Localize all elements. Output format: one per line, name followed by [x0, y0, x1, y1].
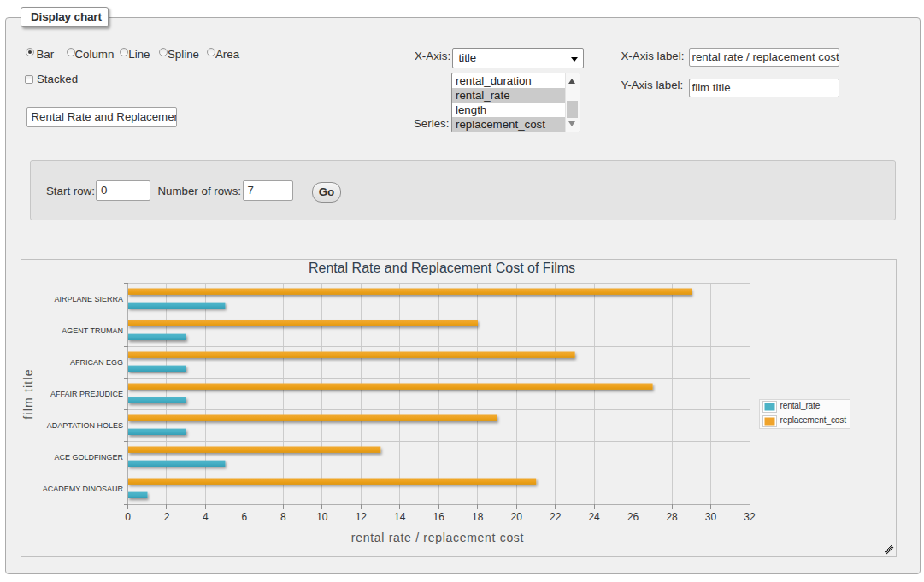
svg-text:2: 2 [164, 511, 170, 523]
svg-text:26: 26 [627, 511, 639, 523]
svg-text:AIRPLANE SIERRA: AIRPLANE SIERRA [54, 295, 123, 303]
svg-text:rental_rate: rental_rate [780, 401, 821, 410]
svg-text:8: 8 [280, 511, 286, 523]
svg-text:14: 14 [394, 511, 406, 523]
svg-text:4: 4 [203, 511, 209, 523]
svg-text:6: 6 [242, 511, 248, 523]
svg-text:16: 16 [433, 511, 445, 523]
svg-text:AFFAIR PREJUDICE: AFFAIR PREJUDICE [50, 390, 123, 398]
svg-text:32: 32 [744, 511, 756, 523]
svg-text:12: 12 [356, 511, 368, 523]
svg-text:ACADEMY DINOSAUR: ACADEMY DINOSAUR [43, 485, 124, 493]
svg-text:24: 24 [588, 511, 600, 523]
svg-text:AGENT TRUMAN: AGENT TRUMAN [62, 326, 123, 335]
svg-text:AFRICAN EGG: AFRICAN EGG [70, 358, 123, 367]
svg-text:ACE GOLDFINGER: ACE GOLDFINGER [54, 453, 123, 461]
svg-text:film title: film title [21, 368, 35, 419]
svg-text:replacement_cost: replacement_cost [780, 415, 847, 425]
svg-text:20: 20 [511, 511, 523, 523]
svg-text:0: 0 [125, 511, 131, 523]
svg-text:18: 18 [472, 511, 484, 523]
svg-text:Rental Rate and Replacement Co: Rental Rate and Replacement Cost of Film… [309, 261, 575, 275]
svg-text:22: 22 [550, 511, 562, 523]
svg-text:rental rate / replacement cost: rental rate / replacement cost [351, 531, 524, 544]
svg-text:ADAPTATION HOLES: ADAPTATION HOLES [47, 421, 123, 430]
svg-text:10: 10 [316, 511, 328, 523]
svg-text:30: 30 [705, 511, 717, 523]
svg-text:28: 28 [666, 511, 678, 523]
